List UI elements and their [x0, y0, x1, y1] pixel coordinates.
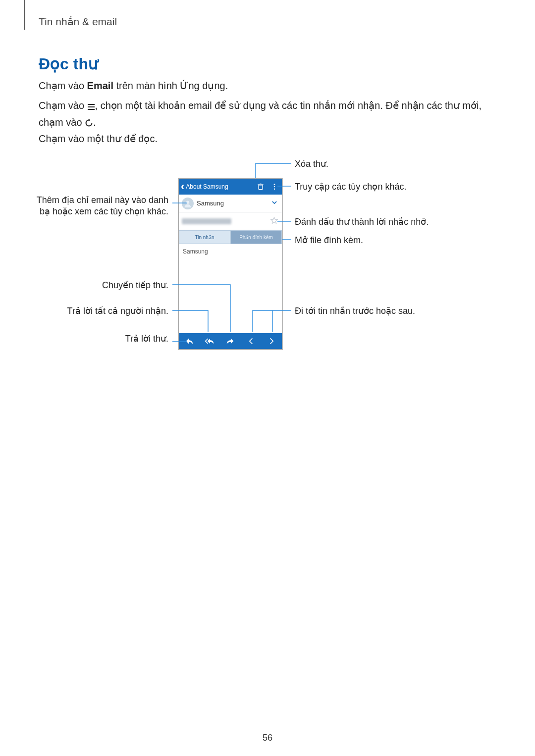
- paragraph-tap-to-read: Chạm vào một thư để đọc.: [39, 131, 484, 147]
- app-bar-title: About Samsung: [186, 183, 228, 190]
- text: .: [93, 117, 96, 128]
- svg-point-10: [186, 201, 189, 203]
- more-button[interactable]: [270, 182, 279, 191]
- callout-add-contact: Thêm địa chỉ email này vào danh bạ hoặc …: [30, 195, 168, 218]
- text: Chạm vào: [39, 100, 87, 111]
- breadcrumb: Tin nhắn & email: [39, 16, 117, 28]
- reply-icon: [185, 337, 194, 346]
- text: trên màn hình Ứng dụng.: [113, 80, 228, 91]
- paragraph-open-email: Chạm vào Email trên màn hình Ứng dụng.: [39, 78, 484, 94]
- refresh-icon: [85, 116, 93, 132]
- trash-icon: [257, 183, 265, 191]
- back-button[interactable]: About Samsung: [181, 182, 228, 192]
- reply-all-icon: [205, 337, 214, 346]
- tab-message[interactable]: Tin nhắn: [179, 230, 230, 244]
- svg-point-8: [274, 186, 275, 188]
- chevron-left-icon: [181, 182, 184, 192]
- email-bottom-bar: [179, 333, 282, 349]
- favorite-button[interactable]: [270, 217, 279, 226]
- tab-attachment[interactable]: Phần đính kèm: [230, 230, 282, 244]
- chevron-down-icon: [271, 199, 278, 206]
- chevron-right-icon: [268, 337, 275, 345]
- email-body-text: Samsung: [183, 248, 208, 255]
- callout-attachment: Mở file đính kèm.: [295, 235, 363, 246]
- svg-point-9: [274, 189, 275, 190]
- callout-nav: Đi tới tin nhắn trước hoặc sau.: [295, 305, 415, 317]
- svg-point-7: [274, 184, 275, 185]
- star-icon: [270, 217, 278, 224]
- next-button[interactable]: [267, 336, 276, 346]
- delete-button[interactable]: [256, 182, 265, 191]
- text: Chạm vào: [39, 80, 87, 91]
- callout-reply: Trả lời thư.: [54, 333, 168, 345]
- sender-row[interactable]: Samsung: [179, 195, 282, 212]
- svg-marker-3: [89, 119, 91, 121]
- header-rule: [24, 0, 25, 30]
- text-bold-email: Email: [87, 80, 113, 91]
- chevron-left-icon: [247, 337, 255, 345]
- reply-button[interactable]: [184, 336, 194, 346]
- phone-mockup: About Samsung: [178, 178, 282, 350]
- more-vertical-icon: [270, 183, 278, 191]
- subject-text-blurred: [182, 218, 231, 224]
- email-app-bar: About Samsung: [179, 179, 282, 195]
- reply-all-button[interactable]: [205, 336, 214, 346]
- callout-favorite: Đánh dấu thư thành lời nhắc nhở.: [295, 216, 428, 228]
- email-tabs: Tin nhắn Phần đính kèm: [179, 230, 282, 244]
- person-icon: [184, 200, 192, 207]
- callout-reply-all: Trả lời tất cả người nhận.: [54, 305, 168, 317]
- annotated-figure: About Samsung: [0, 158, 535, 366]
- prev-button[interactable]: [246, 336, 256, 346]
- sender-avatar: [182, 198, 194, 209]
- page-number: 56: [0, 733, 535, 743]
- svg-rect-4: [259, 185, 263, 190]
- section-title: Đọc thư: [39, 54, 98, 73]
- expand-sender-button[interactable]: [271, 199, 279, 208]
- paragraph-refresh: Chạm vào , chọn một tài khoản email để s…: [39, 98, 484, 132]
- svg-marker-11: [271, 217, 278, 223]
- subject-row: [179, 212, 282, 230]
- forward-button[interactable]: [225, 336, 235, 346]
- callout-more: Truy cập các tùy chọn khác.: [295, 181, 406, 193]
- callout-delete: Xóa thư.: [295, 158, 328, 170]
- sender-name: Samsung: [197, 200, 271, 207]
- callout-forward: Chuyển tiếp thư.: [54, 280, 168, 291]
- email-body: Samsung: [179, 244, 282, 334]
- text: , chọn một tài khoản email để sử dụng và…: [39, 100, 482, 128]
- forward-icon: [226, 337, 235, 346]
- menu-icon: [87, 100, 95, 115]
